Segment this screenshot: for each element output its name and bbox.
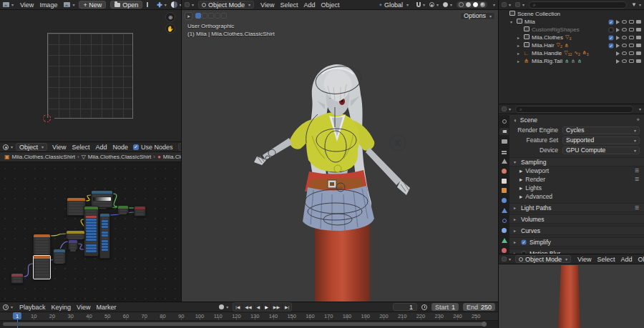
gizmo-toggle-icon[interactable]: ✚▾	[157, 1, 167, 9]
menu-item-view[interactable]: View	[575, 256, 593, 263]
pan-hand-icon[interactable]: ✋	[165, 24, 175, 34]
breadcrumb-object[interactable]: Miia.Clothes.ClassicShirt	[12, 154, 75, 160]
field-dropdown[interactable]: Supported▾	[562, 136, 640, 144]
screen-toggle-icon[interactable]	[629, 20, 634, 24]
eye-toggle-icon[interactable]	[622, 44, 627, 47]
use-nodes-checkbox[interactable]: ✓	[133, 144, 139, 150]
use-nodes-toggle[interactable]: ✓ Use Nodes	[133, 144, 173, 151]
outliner-row-miia[interactable]: ▾Miia✓	[499, 18, 644, 26]
prev-keyframe-button[interactable]: ◀◀	[243, 303, 254, 311]
menu-item-keying[interactable]: Keying	[49, 304, 74, 311]
end-frame-field[interactable]: End250	[463, 303, 495, 311]
menu-item-node[interactable]: Node	[110, 144, 130, 151]
outliner-row-customrigshapes[interactable]: CustomRigShapes	[499, 26, 644, 34]
outliner-row-miia-hair[interactable]: ▸Miia.Hair▽2⋔✓	[499, 41, 644, 49]
screen-toggle-icon[interactable]	[629, 51, 634, 55]
arrow-toggle-icon[interactable]	[616, 51, 620, 56]
section-curves[interactable]: ▸Curves	[509, 226, 644, 235]
next-keyframe-button[interactable]: ▶▶	[271, 303, 283, 311]
filter-icon[interactable]: ▼▾	[631, 1, 641, 8]
subsection-viewport[interactable]: ▸Viewport☰	[509, 167, 644, 175]
section-checkbox[interactable]: ✓	[522, 239, 527, 244]
subsection-render[interactable]: ▸Render☰	[509, 175, 644, 184]
start-frame-field[interactable]: Start1	[431, 303, 459, 311]
menu-item-select[interactable]: Select	[595, 256, 617, 263]
editor-type-icon[interactable]: ▾	[3, 2, 14, 7]
editor-type-icon[interactable]: ▾	[502, 2, 511, 7]
shader-node[interactable]	[117, 205, 129, 214]
viewport2-canvas[interactable]	[499, 265, 644, 328]
outliner-search-input[interactable]: ⌕	[529, 1, 627, 9]
arrow-toggle-icon[interactable]	[616, 28, 620, 32]
properties-tab-physics[interactable]	[499, 217, 509, 224]
properties-tab-tool[interactable]	[499, 118, 509, 125]
viewport-secondary[interactable]: ▾ Object Mode▾ ViewSelectAddObject ⌖Glob…	[498, 254, 644, 328]
arrow-toggle-icon[interactable]	[616, 20, 620, 24]
shader-node[interactable]	[134, 206, 146, 217]
properties-tab-output[interactable]	[499, 138, 509, 145]
preset-icon[interactable]: ☰	[635, 168, 640, 174]
editor-type-icon[interactable]: ▾	[3, 144, 13, 150]
menu-item-view[interactable]: View	[50, 144, 68, 151]
outliner-row-miia-rig-tail[interactable]: ▸⋔Miia.Rig.Tail⋔⋔⋔	[499, 57, 644, 65]
subsection-lights[interactable]: ▸Lights	[509, 184, 644, 192]
arrow-toggle-icon[interactable]	[616, 44, 620, 48]
image-editor-canvas[interactable]: ⊕ ✋	[0, 11, 181, 141]
menu-item-marker[interactable]: Marker	[94, 304, 118, 311]
properties-tab-view-layer[interactable]	[499, 148, 509, 155]
outliner-row-miia-handle[interactable]: ▸∟Miia.Handle▽12∿2⋔3	[499, 49, 644, 57]
properties-tab-object[interactable]	[499, 187, 509, 194]
outliner-row-miia-clothes[interactable]: ▸Miia.Clothes▽3✓	[499, 34, 644, 41]
screen-toggle-icon[interactable]	[629, 36, 634, 39]
eye-toggle-icon[interactable]	[622, 51, 627, 55]
properties-search-input[interactable]: ⌕	[515, 106, 633, 113]
eye-toggle-icon[interactable]	[622, 36, 627, 39]
shader-node[interactable]	[68, 239, 78, 250]
cam-toggle-icon[interactable]	[636, 28, 641, 31]
properties-options-icon[interactable]: ▾	[639, 106, 641, 111]
shader-node[interactable]	[11, 273, 24, 284]
shader-node[interactable]	[33, 234, 51, 255]
menu-item-view[interactable]: View	[74, 304, 92, 311]
play-button[interactable]: ▶	[263, 303, 271, 311]
collection-checkbox[interactable]	[609, 27, 614, 32]
shader-node[interactable]	[99, 213, 110, 259]
jump-end-button[interactable]: ▶|	[283, 303, 291, 311]
section-sampling[interactable]: ▾Sampling	[509, 157, 644, 167]
properties-tab-constraints[interactable]	[499, 207, 509, 214]
cam-toggle-icon[interactable]	[636, 20, 641, 24]
timeline-ruler[interactable]: 1020304050607080901001101201301401501601…	[0, 312, 498, 321]
screen-toggle-icon[interactable]	[629, 44, 634, 47]
preset-icon[interactable]: ☰	[635, 177, 640, 182]
field-dropdown[interactable]: Cycles▾	[562, 126, 640, 134]
image-browse-icon[interactable]: ▾	[64, 2, 74, 7]
screen-toggle-icon[interactable]	[629, 28, 634, 31]
cam-toggle-icon[interactable]	[636, 36, 641, 39]
screen-toggle-icon[interactable]	[629, 59, 634, 63]
breadcrumb-mesh[interactable]: Miia.Clothes.ClassicShirt	[88, 154, 151, 160]
properties-tab-particles[interactable]	[499, 227, 509, 234]
breadcrumb-material[interactable]: Miia.Clothes.Shirt	[163, 154, 182, 160]
collection-checkbox[interactable]: ✓	[609, 43, 614, 48]
auto-keying-icon[interactable]: ▾	[219, 304, 228, 309]
properties-tab-modifiers[interactable]	[499, 197, 509, 204]
editor-type-icon[interactable]: ▾	[502, 257, 511, 262]
timeline-scrollbar[interactable]	[3, 322, 487, 326]
section-volumes[interactable]: ▸Volumes	[509, 214, 644, 224]
menu-item-select[interactable]: Select	[69, 144, 92, 151]
cam-toggle-icon[interactable]	[636, 44, 641, 47]
shader-node[interactable]	[33, 255, 51, 279]
field-dropdown[interactable]: GPU Compute▾	[562, 146, 640, 154]
section-light-paths[interactable]: ▸Light Paths☰	[509, 203, 644, 212]
properties-tab-render[interactable]	[499, 128, 509, 135]
character-model[interactable]: K	[182, 0, 498, 302]
shader-node[interactable]	[84, 206, 99, 257]
properties-tab-material[interactable]	[499, 247, 509, 254]
menu-item-image[interactable]: Image	[37, 1, 59, 9]
preset-icon[interactable]: ☰	[635, 205, 640, 211]
editor-type-icon[interactable]: ▾	[3, 304, 13, 310]
shader-node[interactable]	[67, 197, 86, 216]
pin-icon[interactable]: ⌖	[636, 116, 640, 124]
properties-tab-scene[interactable]	[499, 157, 509, 164]
menu-item-object[interactable]: Object	[635, 256, 644, 263]
